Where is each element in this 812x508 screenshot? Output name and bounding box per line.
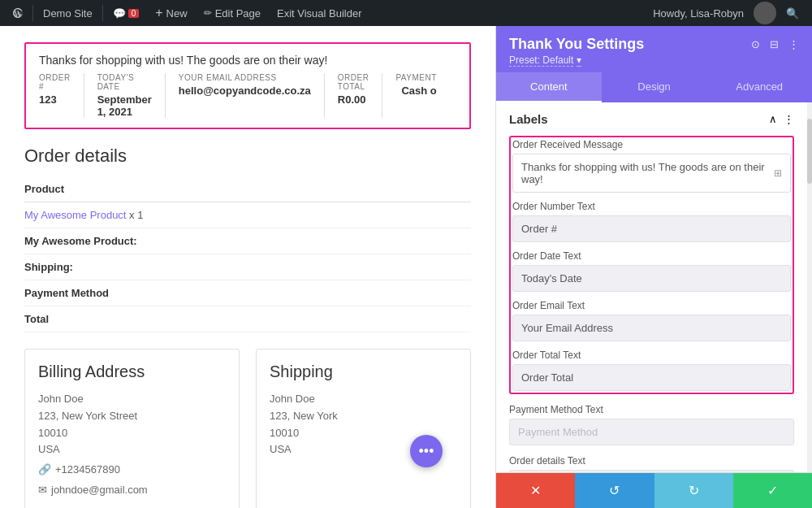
order-total-text-value: Order Total xyxy=(521,371,573,384)
shipping-address-block: Shipping John Doe 123, New York 10010 US… xyxy=(256,349,471,508)
table-row: Payment Method xyxy=(24,280,471,306)
table-row: My Awesome Product: xyxy=(24,228,471,254)
panel-title: Thank You Settings xyxy=(509,36,644,53)
admin-bar-right: Howdy, Lisa-Robyn 🔍 xyxy=(646,2,806,24)
preset-text[interactable]: Preset: Default xyxy=(509,54,573,67)
comment-icon: 💬 xyxy=(113,7,126,20)
undo-button[interactable]: ↺ xyxy=(575,473,654,508)
resize-icon[interactable]: ⊙ xyxy=(751,38,760,50)
tab-design[interactable]: Design xyxy=(602,72,707,102)
phone-icon: 🔗 xyxy=(38,462,51,479)
order-number-text-group: Order Number Text Order # xyxy=(512,201,791,242)
product-label: My Awesome Product: xyxy=(24,235,137,247)
email-icon: ✉ xyxy=(38,482,47,499)
order-total-text-label: Order Total Text xyxy=(512,350,791,361)
payment-col: PAYMENT Cash o xyxy=(395,73,449,118)
order-total-label: ORDER TOTAL xyxy=(338,73,369,91)
product-link[interactable]: My Awesome Product xyxy=(24,209,126,221)
billing-phone-line: 🔗 +1234567890 xyxy=(38,462,226,479)
billing-name: John Doe xyxy=(38,391,226,408)
howdy-text: Howdy, Lisa-Robyn xyxy=(646,7,750,20)
cancel-button[interactable]: ✕ xyxy=(496,473,575,508)
order-received-label: Order Received Message xyxy=(512,139,791,150)
columns-icon[interactable]: ⊟ xyxy=(770,38,779,50)
shipping-street: 123, New York xyxy=(270,408,457,425)
order-details-text-group: Order details Text Order details xyxy=(509,455,794,472)
comments-link[interactable]: 💬 0 xyxy=(106,0,146,26)
panel-tabs: Content Design Advanced xyxy=(496,72,812,102)
comment-count: 0 xyxy=(128,9,140,18)
avatar xyxy=(754,2,776,24)
order-date-text-label: Order Date Text xyxy=(512,250,791,262)
save-button[interactable]: ✓ xyxy=(733,473,812,508)
shipping-name: John Doe xyxy=(270,391,457,408)
total-label: Total xyxy=(24,313,49,325)
floating-action-button[interactable]: ••• xyxy=(410,435,443,467)
order-email-text-value: Your Email Address xyxy=(521,322,613,334)
billing-email-line: ✉ johndoe@gmail.com xyxy=(38,482,226,499)
labels-more-icon[interactable]: ⋮ xyxy=(784,113,794,125)
product-header: Product xyxy=(24,176,471,202)
order-number-value: 123 xyxy=(39,93,71,106)
order-received-message-group: Order Received Message Thanks for shoppi… xyxy=(512,139,791,193)
tab-advanced[interactable]: Advanced xyxy=(706,72,812,102)
search-icon[interactable]: 🔍 xyxy=(780,7,806,20)
payment-label: PAYMENT xyxy=(395,73,436,82)
scrollbar-track[interactable] xyxy=(807,102,812,472)
more-options-icon[interactable]: ⋮ xyxy=(788,38,799,50)
highlighted-fields-box: Order Received Message Thanks for shoppi… xyxy=(509,136,794,394)
redo-button[interactable]: ↻ xyxy=(654,473,733,508)
panel-preset: Preset: Default ▾ xyxy=(509,54,799,66)
order-details-text-input[interactable]: Order details xyxy=(509,470,794,472)
payment-method-label: Payment Method xyxy=(24,287,109,299)
order-date-text-input[interactable]: Today's Date xyxy=(512,265,791,292)
order-email-text-label: Order Email Text xyxy=(512,300,791,311)
order-number-text-input[interactable]: Order # xyxy=(512,215,791,242)
collapse-icon[interactable]: ∧ xyxy=(769,113,777,125)
payment-method-text-input[interactable]: Payment Method xyxy=(509,419,794,445)
admin-bar-separator xyxy=(32,5,33,21)
copy-icon[interactable]: ⊞ xyxy=(774,167,782,179)
order-total-value: R0.00 xyxy=(338,93,369,106)
order-received-input[interactable]: Thanks for shopping with us! The goods a… xyxy=(512,154,791,193)
payment-value: Cash o xyxy=(395,85,436,97)
wp-logo[interactable] xyxy=(6,0,29,26)
right-panel: Thank You Settings ⊙ ⊟ ⋮ Preset: Default… xyxy=(495,26,812,508)
order-date-text-group: Order Date Text Today's Date xyxy=(512,250,791,292)
order-total-col: ORDER TOTAL R0.00 xyxy=(338,73,383,118)
edit-page-link[interactable]: ✏ Edit Page xyxy=(197,0,267,26)
order-date-text-value: Today's Date xyxy=(521,272,582,284)
payment-method-text-label: Payment Method Text xyxy=(509,404,794,415)
panel-header-top: Thank You Settings ⊙ ⊟ ⋮ xyxy=(509,36,799,53)
email-address-col: YOUR EMAIL ADDRESS hello@copyandcode.co.… xyxy=(179,73,325,118)
email-address-label: YOUR EMAIL ADDRESS xyxy=(179,73,311,82)
admin-bar: Demo Site 💬 0 + New ✏ Edit Page Exit Vis… xyxy=(0,0,812,26)
payment-method-text-group: Payment Method Text Payment Method xyxy=(509,404,794,445)
order-details-title: Order details xyxy=(24,145,471,167)
tab-content[interactable]: Content xyxy=(496,72,602,102)
billing-email: johndoe@gmail.com xyxy=(51,482,148,499)
scrollbar-thumb[interactable] xyxy=(807,119,812,184)
labels-section: Labels ∧ ⋮ Order Received Message Thanks xyxy=(496,102,807,472)
labels-title: Labels xyxy=(509,112,548,126)
new-link[interactable]: + New xyxy=(149,0,193,26)
site-name[interactable]: Demo Site xyxy=(37,0,99,26)
exit-builder-link[interactable]: Exit Visual Builder xyxy=(270,0,369,26)
order-number-label: ORDER # xyxy=(39,73,71,91)
table-row: Shipping: xyxy=(24,254,471,280)
address-section: Billing Address John Doe 123, New York S… xyxy=(24,349,471,508)
order-number-text-label: Order Number Text xyxy=(512,201,791,212)
shipping-address-title: Shipping xyxy=(270,363,457,381)
floating-dots-icon: ••• xyxy=(419,443,434,460)
order-table: Product My Awesome Product x 1 My Awesom… xyxy=(24,176,471,332)
banner-message: Thanks for shopping with us! The goods a… xyxy=(39,54,456,67)
order-total-text-input[interactable]: Order Total xyxy=(512,364,791,391)
order-email-text-group: Order Email Text Your Email Address xyxy=(512,300,791,341)
banner-details: ORDER # 123 TODAY'S DATE September 1, 20… xyxy=(39,73,456,118)
order-details-text-label: Order details Text xyxy=(509,455,794,467)
order-email-text-input[interactable]: Your Email Address xyxy=(512,315,791,341)
table-row: Total xyxy=(24,306,471,332)
preset-arrow: ▾ xyxy=(577,54,581,67)
panel-header: Thank You Settings ⊙ ⊟ ⋮ Preset: Default… xyxy=(496,26,812,72)
today-date-value: September 1, 2021 xyxy=(97,93,152,118)
